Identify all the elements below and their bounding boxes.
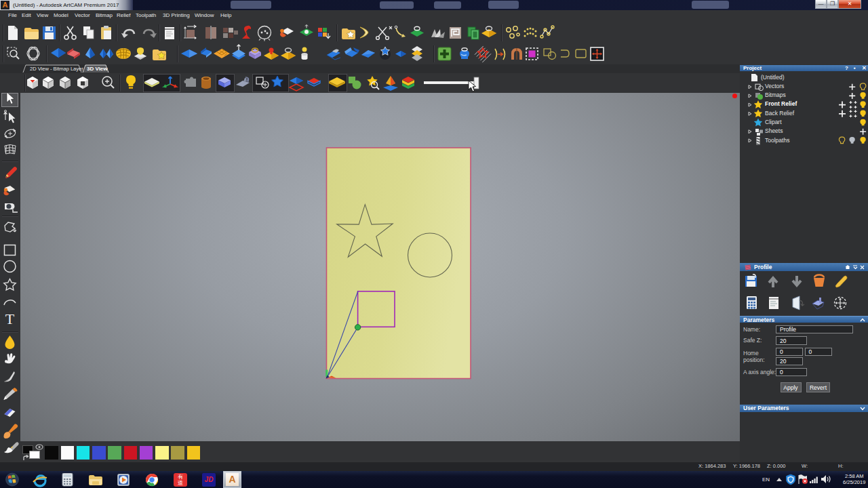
svg-text:T: T — [5, 310, 15, 327]
